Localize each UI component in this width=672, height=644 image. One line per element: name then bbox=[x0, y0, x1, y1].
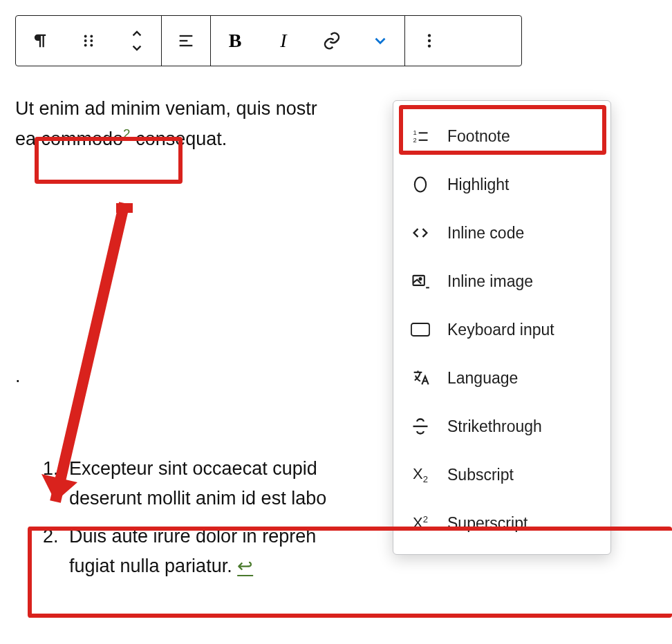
dropdown-label-superscript: Superscript bbox=[447, 514, 528, 533]
move-updown-button[interactable] bbox=[113, 16, 161, 66]
paragraph-icon bbox=[30, 31, 50, 50]
footnote-num-2: 2. bbox=[43, 522, 69, 581]
dropdown-item-keyboard[interactable]: Keyboard input bbox=[393, 305, 610, 354]
toolbar-group-more bbox=[405, 16, 454, 66]
dropdown-item-strikethrough[interactable]: Strikethrough bbox=[393, 402, 610, 451]
italic-button[interactable]: I bbox=[259, 16, 308, 66]
footnote-marker-2[interactable]: 2 bbox=[123, 126, 131, 141]
format-dropdown: 12 Footnote Highlight Inline code Inline… bbox=[393, 100, 611, 555]
drag-handle-button[interactable] bbox=[64, 16, 113, 66]
dropdown-label-inline-code: Inline code bbox=[447, 224, 524, 243]
strikethrough-icon bbox=[409, 415, 432, 438]
svg-point-10 bbox=[428, 39, 431, 42]
para1-text-a: Ut enim ad minim veniam, quis nostr bbox=[15, 98, 317, 119]
drag-icon bbox=[80, 32, 97, 50]
link-icon bbox=[321, 30, 342, 51]
bold-button[interactable]: B bbox=[211, 16, 259, 66]
svg-point-17 bbox=[419, 278, 421, 280]
more-formats-button[interactable] bbox=[356, 16, 404, 66]
dropdown-label-language: Language bbox=[447, 369, 518, 388]
italic-icon: I bbox=[280, 30, 286, 52]
dropdown-item-superscript[interactable]: X2 Superscript bbox=[393, 499, 610, 547]
footnote-num-1: 1. bbox=[43, 454, 69, 513]
superscript-icon: X2 bbox=[409, 511, 432, 535]
chevron-down-icon bbox=[371, 32, 389, 50]
inline-image-icon bbox=[409, 269, 432, 293]
dropdown-item-inline-code[interactable]: Inline code bbox=[393, 209, 610, 257]
align-button[interactable] bbox=[162, 16, 210, 66]
toolbar-group-format: B I bbox=[211, 16, 405, 66]
dropdown-label-highlight: Highlight bbox=[447, 176, 510, 194]
svg-rect-19 bbox=[411, 323, 429, 336]
bold-icon: B bbox=[229, 30, 242, 52]
svg-point-1 bbox=[84, 39, 87, 42]
link-button[interactable] bbox=[308, 16, 356, 66]
para1-word: commodo bbox=[36, 129, 123, 149]
svg-point-3 bbox=[90, 35, 93, 38]
toolbar-group-block bbox=[16, 16, 162, 66]
inline-code-icon bbox=[409, 221, 432, 245]
svg-text:2: 2 bbox=[413, 137, 417, 144]
footnote-icon: 12 bbox=[409, 124, 432, 148]
svg-text:1: 1 bbox=[413, 129, 417, 136]
block-toolbar: B I bbox=[15, 15, 522, 66]
dropdown-label-strikethrough: Strikethrough bbox=[447, 417, 542, 436]
dropdown-label-footnote: Footnote bbox=[447, 127, 510, 146]
more-vertical-icon bbox=[420, 32, 438, 50]
svg-point-5 bbox=[90, 44, 93, 47]
dropdown-item-highlight[interactable]: Highlight bbox=[393, 160, 610, 209]
svg-point-4 bbox=[90, 39, 93, 42]
para1-text-c: ea bbox=[15, 129, 36, 149]
dropdown-item-footnote[interactable]: 12 Footnote bbox=[393, 112, 610, 160]
dropdown-label-inline-image: Inline image bbox=[447, 272, 533, 291]
align-left-icon bbox=[176, 31, 196, 50]
dropdown-label-keyboard: Keyboard input bbox=[447, 321, 554, 339]
svg-point-11 bbox=[428, 44, 431, 47]
svg-point-0 bbox=[84, 35, 87, 38]
svg-point-9 bbox=[428, 34, 431, 37]
more-options-button[interactable] bbox=[405, 16, 454, 66]
dropdown-item-subscript[interactable]: X2 Subscript bbox=[393, 451, 610, 499]
highlight-icon bbox=[409, 173, 432, 196]
language-icon bbox=[409, 366, 432, 390]
dropdown-label-subscript: Subscript bbox=[447, 466, 514, 484]
toolbar-group-align bbox=[162, 16, 211, 66]
footnote-return-link[interactable]: ↩ bbox=[237, 556, 253, 576]
dropdown-item-inline-image[interactable]: Inline image bbox=[393, 257, 610, 305]
keyboard-icon bbox=[409, 318, 432, 341]
para1-text-d: consequat. bbox=[131, 129, 227, 149]
dropdown-item-language[interactable]: Language bbox=[393, 354, 610, 402]
svg-point-2 bbox=[84, 44, 87, 47]
subscript-icon: X2 bbox=[409, 463, 432, 486]
move-updown-icon bbox=[128, 28, 146, 54]
paragraph-block-button[interactable] bbox=[16, 16, 64, 66]
